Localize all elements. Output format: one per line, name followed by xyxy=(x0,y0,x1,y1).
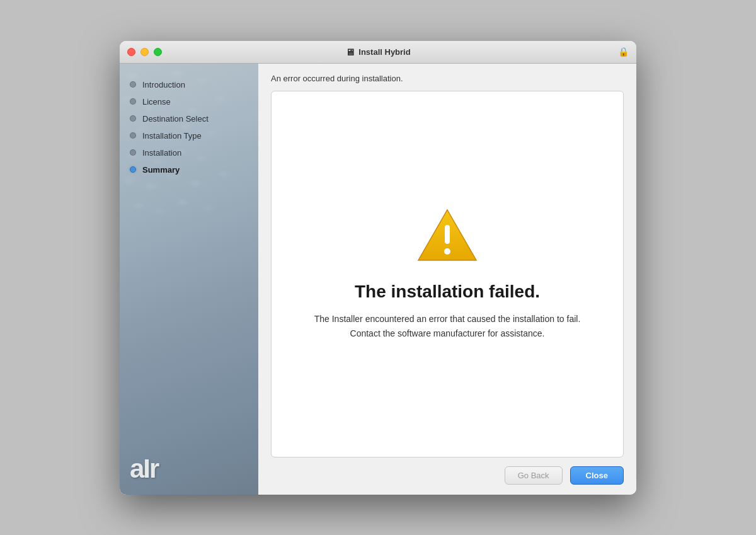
sidebar-label-installation: Installation xyxy=(142,148,181,158)
minimize-button[interactable] xyxy=(140,48,149,56)
footer: Go Back Close xyxy=(271,457,624,485)
app-icon: 🖥 xyxy=(345,47,355,57)
close-button[interactable] xyxy=(127,48,135,56)
svg-rect-1 xyxy=(445,225,450,244)
sidebar-item-introduction[interactable]: Introduction xyxy=(120,76,258,93)
close-installer-button[interactable]: Close xyxy=(570,466,624,485)
sidebar-item-destination-select[interactable]: Destination Select xyxy=(120,110,258,127)
warning-triangle-svg xyxy=(416,207,479,264)
main-window: 🖥 Install Hybrid 🔒 Introduction License xyxy=(120,41,636,495)
sidebar-dot-installation-type xyxy=(130,132,136,139)
titlebar: 🖥 Install Hybrid 🔒 xyxy=(120,41,636,64)
error-top-message: An error occurred during installation. xyxy=(271,74,624,83)
go-back-button[interactable]: Go Back xyxy=(505,466,563,485)
sidebar-label-introduction: Introduction xyxy=(142,80,185,89)
window-title-area: 🖥 Install Hybrid xyxy=(345,47,410,57)
lock-icon: 🔒 xyxy=(618,47,629,57)
sidebar-item-license[interactable]: License xyxy=(120,93,258,110)
sidebar-logo: aIr xyxy=(130,456,158,482)
window-title: Install Hybrid xyxy=(358,47,410,57)
sidebar-dot-summary xyxy=(130,166,136,173)
sidebar-item-summary[interactable]: Summary xyxy=(120,161,258,178)
sidebar-dot-installation xyxy=(130,149,136,156)
sidebar-dot-introduction xyxy=(130,81,136,88)
warning-icon xyxy=(416,207,479,267)
sidebar-label-license: License xyxy=(142,97,171,106)
content-area: The installation failed. The Installer e… xyxy=(271,91,624,457)
maximize-button[interactable] xyxy=(154,48,162,56)
main-content: Introduction License Destination Select … xyxy=(120,64,636,495)
sidebar-label-destination-select: Destination Select xyxy=(142,114,209,124)
logo-text: aIr xyxy=(130,454,158,483)
sidebar-item-installation-type[interactable]: Installation Type xyxy=(120,127,258,144)
sidebar-dot-destination-select xyxy=(130,115,136,122)
sidebar-label-installation-type: Installation Type xyxy=(142,131,202,141)
installation-failed-title: The installation failed. xyxy=(355,282,540,302)
sidebar-dot-license xyxy=(130,98,136,105)
sidebar-nav: Introduction License Destination Select … xyxy=(120,76,258,178)
installation-failed-body: The Installer encountered an error that … xyxy=(309,312,585,340)
svg-point-2 xyxy=(444,248,450,255)
sidebar-item-installation[interactable]: Installation xyxy=(120,144,258,161)
sidebar-label-summary: Summary xyxy=(142,165,180,175)
sidebar: Introduction License Destination Select … xyxy=(120,64,258,495)
right-panel: An error occurred during installation. xyxy=(258,64,636,495)
window-controls xyxy=(127,48,162,56)
